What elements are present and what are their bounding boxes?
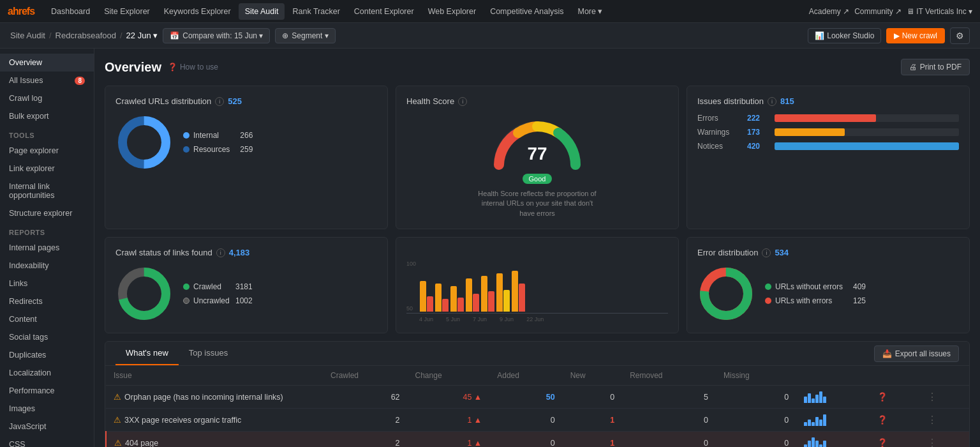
nav-content-explorer[interactable]: Content Explorer xyxy=(348,3,420,20)
compare-button[interactable]: 📅 Compare with: 15 Jun ▾ xyxy=(163,28,270,43)
row-more-icon[interactable]: ⋮ xyxy=(927,414,937,425)
sidebar-item-link-explorer[interactable]: Link explorer xyxy=(0,160,94,178)
sidebar-item-crawl-log[interactable]: Crawl log xyxy=(0,89,94,107)
nav-keywords-explorer[interactable]: Keywords Explorer xyxy=(158,3,237,20)
nav-site-audit[interactable]: Site Audit xyxy=(239,3,285,20)
sidebar-item-page-explorer[interactable]: Page explorer xyxy=(0,142,94,160)
sidebar-item-css[interactable]: CSS xyxy=(0,436,94,447)
nav-rank-tracker[interactable]: Rank Tracker xyxy=(286,3,346,20)
mini-bar-col xyxy=(804,397,807,403)
print-to-pdf-button[interactable]: 🖨 Print to PDF xyxy=(901,59,970,75)
more-cell[interactable]: ⋮ xyxy=(919,386,969,409)
nav-competitive-analysis[interactable]: Competitive Analysis xyxy=(484,3,570,20)
nav-site-explorer[interactable]: Site Explorer xyxy=(98,3,156,20)
bar-5-0 xyxy=(496,273,503,312)
sidebar-item-localization[interactable]: Localization xyxy=(0,364,94,382)
change-cell: 1 ▲ xyxy=(408,432,490,447)
sidebar-item-internal-pages[interactable]: Internal pages xyxy=(0,239,94,257)
breadcrumb-date[interactable]: 22 Jun ▾ xyxy=(126,31,158,40)
issues-dist-list: Errors 222 Warnings 173 No xyxy=(697,114,959,151)
settings-button[interactable]: ⚙ xyxy=(950,27,970,44)
row-more-icon[interactable]: ⋮ xyxy=(927,391,937,402)
mini-bar-col xyxy=(823,441,826,447)
crawled-urls-donut xyxy=(115,114,173,171)
segment-button[interactable]: ⊕ Segment ▾ xyxy=(275,28,335,43)
issue-label[interactable]: ⚠3XX page receives organic traffic xyxy=(106,409,323,432)
tab-top-issues[interactable]: Top issues xyxy=(179,342,238,365)
crawl-status-card: Crawl status of links found i 4,183 Craw… xyxy=(105,237,388,333)
uncrawled-dot xyxy=(183,298,189,304)
svg-text:77: 77 xyxy=(527,144,547,163)
sidebar-item-links[interactable]: Links xyxy=(0,275,94,292)
crawl-status-info[interactable]: i xyxy=(216,248,225,257)
page-title: Overview xyxy=(105,60,161,75)
more-cell[interactable]: ⋮ xyxy=(919,409,969,432)
help-cell[interactable]: ❓ xyxy=(870,432,919,447)
no-errors-count: 409 xyxy=(847,282,866,291)
mini-chart-cell xyxy=(796,386,870,409)
health-score-info[interactable]: i xyxy=(458,97,467,106)
top-cards-row: Crawled URLs distribution i 525 Internal… xyxy=(105,86,970,229)
sidebar-item-all-issues[interactable]: All Issues 8 xyxy=(0,72,94,89)
main-layout: Overview All Issues 8 Crawl log Bulk exp… xyxy=(0,49,980,447)
legend-no-errors: URLs without errors 409 xyxy=(765,282,866,291)
sidebar-item-performance[interactable]: Performance xyxy=(0,382,94,400)
sidebar-item-overview[interactable]: Overview xyxy=(0,54,94,72)
sidebar-item-javascript[interactable]: JavaScript xyxy=(0,418,94,436)
breadcrumb-site-audit[interactable]: Site Audit xyxy=(10,31,45,40)
health-score-card: Health Score i 77 Good Heal xyxy=(396,86,679,229)
export-all-issues-button[interactable]: 📥 Export all issues xyxy=(874,345,959,362)
notices-fill xyxy=(775,142,959,150)
sidebar-item-content[interactable]: Content xyxy=(0,310,94,328)
change-cell: 45 ▲ xyxy=(408,386,490,409)
academy-link[interactable]: Academy ↗ xyxy=(809,7,849,16)
sidebar-item-indexability[interactable]: Indexability xyxy=(0,257,94,275)
issue-label[interactable]: ⚠Orphan page (has no incoming internal l… xyxy=(106,386,323,409)
missing-cell: 0 xyxy=(716,386,796,409)
crawled-urls-info[interactable]: i xyxy=(215,97,224,106)
sidebar-item-duplicates[interactable]: Duplicates xyxy=(0,346,94,364)
warnings-bar-item: Warnings 173 xyxy=(697,128,959,137)
crawled-urls-total: 525 xyxy=(228,96,242,106)
mini-bar-col xyxy=(808,441,811,447)
account-menu[interactable]: 🖥 IT Verticals Inc ▾ xyxy=(907,7,972,16)
how-to-use-link[interactable]: ❓ How to use xyxy=(168,63,218,72)
x-label-4jun: 4 Jun xyxy=(419,316,433,322)
bottom-cards-row: Crawl status of links found i 4,183 Craw… xyxy=(105,237,970,333)
error-dist-donut xyxy=(697,265,755,322)
missing-cell: 0 xyxy=(716,409,796,432)
nav-menu: Dashboard Site Explorer Keywords Explore… xyxy=(45,3,809,20)
issues-dist-info[interactable]: i xyxy=(768,97,776,106)
change-value: 1 ▲ xyxy=(467,439,482,447)
help-cell[interactable]: ❓ xyxy=(870,409,919,432)
sidebar-item-bulk-export[interactable]: Bulk export xyxy=(0,107,94,125)
nav-dashboard[interactable]: Dashboard xyxy=(45,3,96,20)
tab-whats-new[interactable]: What's new xyxy=(115,342,179,365)
sidebar-item-images[interactable]: Images xyxy=(0,400,94,418)
issue-label[interactable]: ⚠404 page xyxy=(106,432,323,447)
nav-web-explorer[interactable]: Web Explorer xyxy=(422,3,483,20)
nav-more[interactable]: More ▾ xyxy=(571,3,609,20)
sidebar-item-structure-explorer[interactable]: Structure explorer xyxy=(0,204,94,222)
new-crawl-button[interactable]: ▶ New crawl xyxy=(886,28,945,43)
added-cell: 50 xyxy=(489,386,562,409)
row-more-icon[interactable]: ⋮ xyxy=(927,437,937,447)
more-cell[interactable]: ⋮ xyxy=(919,432,969,447)
error-dist-info[interactable]: i xyxy=(762,248,771,257)
errors-label: Errors xyxy=(697,114,742,123)
help-cell[interactable]: ❓ xyxy=(870,386,919,409)
looker-studio-button[interactable]: 📊 Looker Studio xyxy=(808,28,881,43)
issues-dist-total: 815 xyxy=(780,96,794,106)
sidebar-item-redirects[interactable]: Redirects xyxy=(0,292,94,310)
mini-bar-col xyxy=(808,420,811,426)
community-link[interactable]: Community ↗ xyxy=(854,7,902,16)
sidebar-item-internal-link-opp[interactable]: Internal link opportunities xyxy=(0,178,94,204)
errors-bar-item: Errors 222 xyxy=(697,114,959,123)
row-help-icon[interactable]: ❓ xyxy=(877,438,887,447)
breadcrumb-project[interactable]: Redcrabseafood xyxy=(56,31,116,40)
errors-track xyxy=(775,114,959,122)
row-help-icon[interactable]: ❓ xyxy=(877,392,887,402)
sidebar-item-social-tags[interactable]: Social tags xyxy=(0,328,94,346)
row-help-icon[interactable]: ❓ xyxy=(877,415,887,425)
sidebar: Overview All Issues 8 Crawl log Bulk exp… xyxy=(0,49,94,447)
